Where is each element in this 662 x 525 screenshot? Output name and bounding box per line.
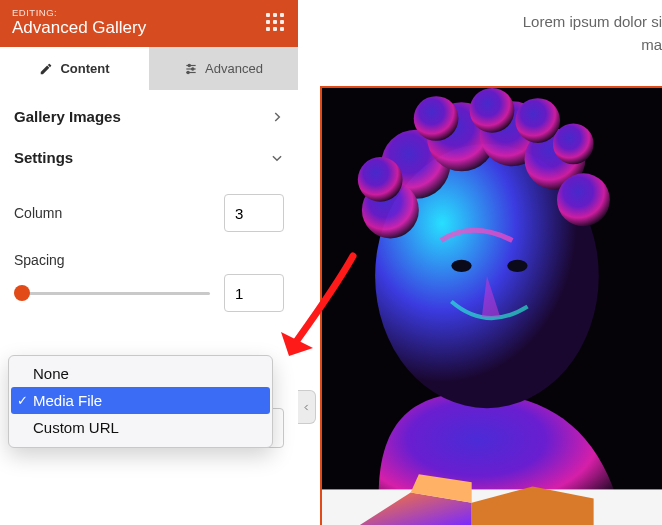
- option-none[interactable]: None: [11, 360, 270, 387]
- svg-point-12: [557, 173, 610, 226]
- spacing-label: Spacing: [14, 252, 65, 268]
- linkto-dropdown[interactable]: None ✓ Media File Custom URL: [8, 355, 273, 448]
- slider-thumb[interactable]: [14, 285, 30, 301]
- preview-pane: Lorem ipsum dolor si ma: [298, 0, 662, 525]
- tab-content-label: Content: [60, 61, 109, 76]
- option-media-file[interactable]: ✓ Media File: [11, 387, 270, 414]
- svg-point-5: [187, 71, 189, 73]
- slider-track: [14, 292, 210, 295]
- option-custom-url-label: Custom URL: [33, 419, 119, 436]
- svg-point-16: [515, 98, 560, 143]
- block-title: Advanced Gallery: [12, 18, 284, 38]
- chevron-right-icon: [270, 110, 284, 124]
- section-gallery-images[interactable]: Gallery Images: [14, 90, 284, 143]
- gallery-canvas[interactable]: [320, 86, 662, 525]
- spacing-input[interactable]: [224, 274, 284, 312]
- field-spacing: [14, 270, 284, 324]
- gallery-image-bust: [322, 88, 662, 525]
- lorem-line2: ma: [641, 36, 662, 53]
- app-root: EDITING: Advanced Gallery Content Advanc…: [0, 0, 662, 525]
- tab-content[interactable]: Content: [0, 47, 149, 90]
- editing-label: EDITING:: [12, 7, 284, 18]
- svg-point-4: [192, 68, 194, 70]
- section-settings-label: Settings: [14, 149, 73, 166]
- lorem-text: Lorem ipsum dolor si ma: [338, 10, 662, 57]
- panel-body: Gallery Images Settings Column Spacing: [0, 90, 298, 525]
- pencil-icon: [39, 62, 53, 76]
- chevron-down-icon: [270, 151, 284, 165]
- tabs: Content Advanced: [0, 47, 298, 90]
- option-custom-url[interactable]: Custom URL: [11, 414, 270, 441]
- check-icon: ✓: [17, 393, 28, 408]
- editor-header: EDITING: Advanced Gallery: [0, 0, 298, 47]
- svg-point-19: [451, 260, 471, 272]
- svg-point-14: [414, 96, 459, 141]
- drag-handle-icon[interactable]: [266, 13, 284, 31]
- field-spacing-label-row: Spacing: [14, 242, 284, 270]
- column-label: Column: [14, 205, 62, 221]
- editor-sidebar: EDITING: Advanced Gallery Content Advanc…: [0, 0, 298, 525]
- svg-point-3: [188, 64, 190, 66]
- svg-point-18: [358, 157, 403, 202]
- collapse-handle[interactable]: [298, 390, 316, 424]
- option-none-label: None: [33, 365, 69, 382]
- spacing-slider[interactable]: [14, 283, 210, 303]
- section-gallery-images-label: Gallery Images: [14, 108, 121, 125]
- column-input[interactable]: [224, 194, 284, 232]
- option-media-file-label: Media File: [33, 392, 102, 409]
- tab-advanced[interactable]: Advanced: [149, 47, 298, 90]
- svg-point-17: [553, 124, 594, 165]
- tab-advanced-label: Advanced: [205, 61, 263, 76]
- section-settings[interactable]: Settings: [14, 143, 284, 184]
- svg-point-15: [470, 88, 515, 133]
- chevron-left-icon: [302, 401, 311, 414]
- field-column: Column: [14, 184, 284, 242]
- lorem-line1: Lorem ipsum dolor si: [523, 13, 662, 30]
- sliders-icon: [184, 62, 198, 76]
- svg-point-20: [507, 260, 527, 272]
